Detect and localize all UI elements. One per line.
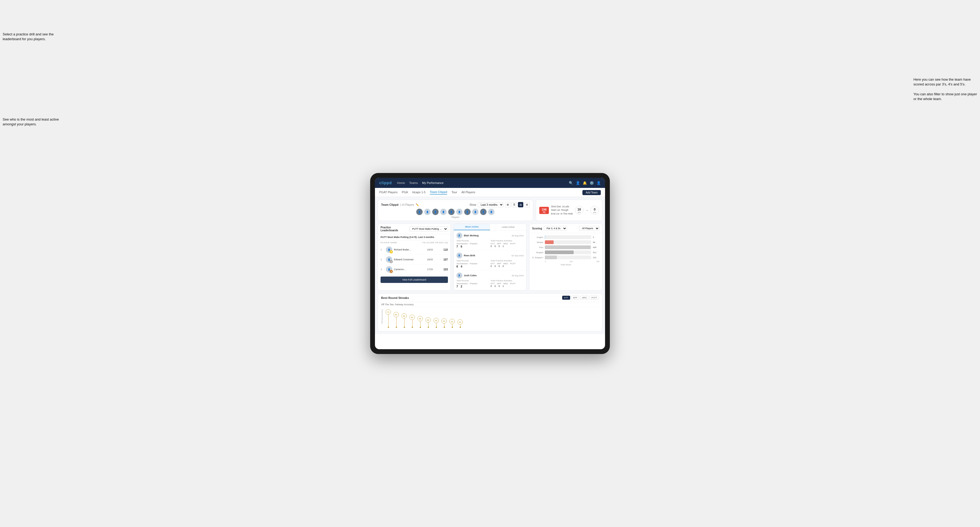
streak-bubble-5: 5x <box>418 316 423 321</box>
tablet-frame: clippd Home Teams My Performance 🔍 👤 🔔 ⚙… <box>370 173 610 354</box>
sub-nav-pga[interactable]: PGA <box>402 190 408 194</box>
view-card-icon[interactable]: ▤ <box>518 202 523 207</box>
team-title: Team Clippd <box>381 203 398 206</box>
bar-fill-eagles <box>545 235 545 239</box>
bar-row-eagles: Eagles 3 <box>532 235 600 239</box>
bar-label-bogeys: Bogeys <box>532 251 543 254</box>
lb-col-avg-header: PB AVG SQ <box>434 241 448 244</box>
list-item: 👤 Blair McHarg 26 Aug 2023 Total Rounds … <box>454 230 527 251</box>
bar-fill-pars <box>545 245 591 249</box>
shot-dist: Shot Dist: 16 yds <box>551 205 573 209</box>
streak-bubble-2: 6x <box>394 312 399 317</box>
total-rounds-label-3: Total Rounds <box>457 279 490 282</box>
shot-start-lie: Start Lie: Rough <box>551 208 573 212</box>
bar-fill-birdies <box>545 240 554 244</box>
streak-btn-arg[interactable]: ARG <box>580 296 589 300</box>
streak-point-7: 4x <box>434 318 439 328</box>
putt-val-3: 1 <box>503 285 504 287</box>
scoring-title: Scoring <box>532 227 542 230</box>
bar-fill-dbogeys <box>545 256 557 259</box>
nav-link-teams[interactable]: Teams <box>409 181 418 184</box>
shot-circle-2: 0 yds <box>590 206 599 214</box>
app-label-1: APP <box>497 243 501 245</box>
streak-btn-ott[interactable]: OTT <box>562 296 570 300</box>
view-filter-icon[interactable]: ⊟ <box>524 202 530 207</box>
streak-btn-app[interactable]: APP <box>571 296 579 300</box>
tournament-val-3: 7 <box>457 285 458 288</box>
sub-nav-right: Add Team <box>582 190 601 195</box>
streak-bubble-9: 3x <box>450 319 455 324</box>
bar-row-dbogeys: D. Bogeys+ 131 <box>532 256 600 259</box>
edit-icon[interactable]: ✏️ <box>416 203 419 206</box>
player-name-3: Josh Coles <box>464 274 510 277</box>
bell-icon[interactable]: 🔔 <box>583 181 587 185</box>
avatar-5: 👤 <box>448 208 455 215</box>
view-icons: ⊞ ☰ ▤ ⊟ <box>505 202 530 207</box>
practice-leaderboard-card: Practice Leaderboards PUTT Must Make Put… <box>378 224 451 290</box>
sub-nav-hcaps[interactable]: Hcaps 1-5 <box>412 190 426 194</box>
nav-link-myperformance[interactable]: My Performance <box>422 181 444 184</box>
sub-nav: PGAT Players PGA Hcaps 1-5 Team Clippd T… <box>375 188 605 197</box>
streak-btn-putt[interactable]: PUTT <box>590 296 599 300</box>
least-active-toggle[interactable]: Least Active <box>490 224 526 230</box>
players-label: Players <box>381 216 530 219</box>
team-players-col: Team Clippd | 14 Players ✏️ Show Last 3 … <box>378 200 533 221</box>
drill-dropdown[interactable]: PUTT Must Make Putting ... <box>409 227 448 231</box>
most-active-toggle[interactable]: Most Active <box>454 224 490 230</box>
arg-label-1: ARG <box>503 243 508 245</box>
practice-sub-labels-2: OTTAPPARGPUTT <box>490 262 523 265</box>
add-team-button[interactable]: Add Team <box>582 190 601 195</box>
list-item: 👤 Rees Britt 02 Sep 2023 Total Rounds To… <box>454 251 527 270</box>
lb-col-headers: PLAYER NAME PB SCORE PB AVG SQ <box>378 240 450 245</box>
sub-nav-tour[interactable]: Tour <box>451 190 457 194</box>
y-axis-label: Fairway Accuracy <box>381 309 383 324</box>
avatar-icon[interactable]: 👤 <box>597 181 601 185</box>
bar-val-bogeys: 311 <box>593 251 600 254</box>
bar-track-eagles <box>545 235 591 239</box>
streak-bubble-3: 6x <box>402 313 407 319</box>
table-row: 1 👤 ★ Richard Butler... 19/20 110 <box>378 245 450 255</box>
nav-links: Home Teams My Performance <box>397 181 563 184</box>
streaks-buttons: OTT APP ARG PUTT <box>562 296 599 300</box>
top-section: Team Clippd | 14 Players ✏️ Show Last 3 … <box>378 200 602 221</box>
scoring-par-filter[interactable]: Par 3, 4 & 5s <box>544 226 567 231</box>
player-avatars: 👤 👤 👤 👤 👤 👤 👤 👤 👤 👤 <box>381 208 530 215</box>
view-grid-icon[interactable]: ⊞ <box>505 202 511 207</box>
search-icon[interactable]: 🔍 <box>569 181 573 185</box>
bar-label-dbogeys: D. Bogeys+ <box>532 256 543 259</box>
practice-sub-labels-3: OTTAPPARGPUTT <box>490 283 523 285</box>
ott-val-2: 0 <box>490 265 492 268</box>
sub-nav-allplayers[interactable]: All Players <box>461 190 476 194</box>
bar-val-birdies: 96 <box>593 241 600 243</box>
user-icon[interactable]: 👤 <box>576 181 580 185</box>
ott-label-1: OTT <box>490 243 495 245</box>
sub-nav-teamclippd[interactable]: Team Clippd <box>430 190 447 195</box>
nav-link-home[interactable]: Home <box>397 181 405 184</box>
shot-arrow-icon: → <box>585 208 589 213</box>
streak-point-4: 5x <box>410 314 415 328</box>
bar-track-bogeys <box>545 251 591 254</box>
bar-track-birdies <box>545 240 591 244</box>
bar-track-dbogeys <box>545 256 591 259</box>
player-name-2: Rees Britt <box>464 254 510 257</box>
putt-label-1: PUTT <box>510 243 515 245</box>
sub-nav-pgat[interactable]: PGAT Players <box>379 190 398 194</box>
view-full-leaderboard-button[interactable]: View Full Leaderboard <box>380 276 448 283</box>
x-label-400: 400 <box>596 260 600 262</box>
show-select[interactable]: Last 3 months <box>478 202 504 207</box>
annotation-top-left: Select a practice drill and see the lead… <box>3 32 61 41</box>
lb-col-player-header: PLAYER NAME <box>380 241 421 244</box>
scoring-chart: Eagles 3 Birdies 96 <box>530 233 602 268</box>
streak-point-6: 4x <box>426 317 431 328</box>
practice-label-1: Practice <box>470 243 477 245</box>
settings-icon[interactable]: ⚙️ <box>590 181 594 185</box>
scoring-player-filter[interactable]: All Players <box>579 226 600 231</box>
shot-end-lie: End Lie: In The Hole <box>551 212 573 216</box>
chart-x-labels: 0 200 400 <box>545 260 600 262</box>
avatar-10: 👤 <box>488 208 495 215</box>
lb-score-1: 19/20 <box>420 248 433 251</box>
streak-point-3: 6x <box>402 313 407 328</box>
view-list-icon[interactable]: ☰ <box>512 202 517 207</box>
annotation-bottom-left: See who is the most and least active amo… <box>3 117 61 127</box>
player-avatar-2: 👤 <box>457 252 462 259</box>
